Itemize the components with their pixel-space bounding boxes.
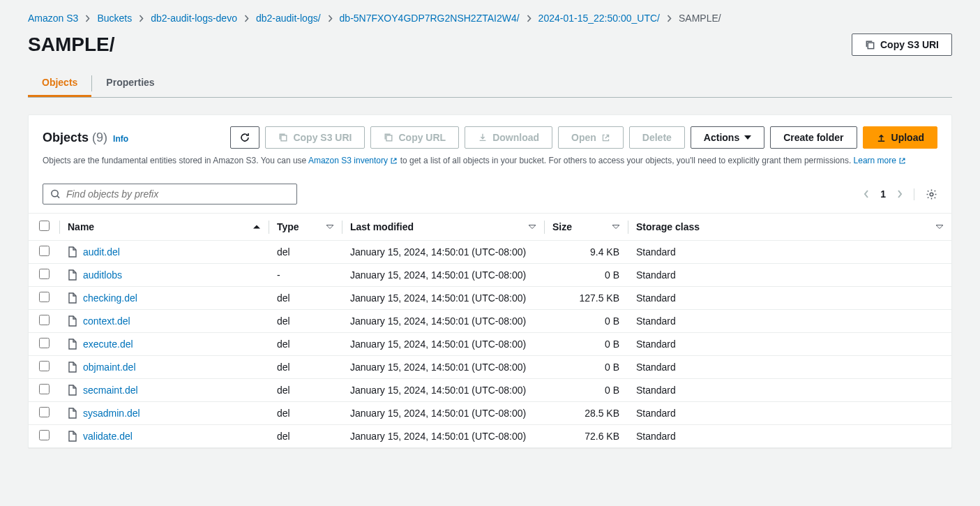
object-name-link[interactable]: audit.del <box>83 246 120 258</box>
refresh-icon <box>239 132 250 143</box>
breadcrumb-link[interactable]: Buckets <box>97 13 132 24</box>
object-name-link[interactable]: secmaint.del <box>83 385 138 396</box>
create-folder-button[interactable]: Create folder <box>770 126 857 149</box>
search-icon <box>50 188 61 200</box>
next-page-button[interactable] <box>897 189 903 199</box>
breadcrumb-link[interactable]: Amazon S3 <box>28 13 78 24</box>
upload-button[interactable]: Upload <box>863 126 937 149</box>
settings-button[interactable] <box>926 188 937 200</box>
sort-icon <box>326 224 333 230</box>
select-all-checkbox[interactable] <box>39 221 50 231</box>
file-icon <box>68 338 77 350</box>
row-checkbox[interactable] <box>39 430 50 440</box>
page-title: SAMPLE/ <box>28 34 114 56</box>
object-size: 72.6 KB <box>544 425 628 448</box>
object-storage-class: Standard <box>628 356 951 379</box>
row-checkbox[interactable] <box>39 338 50 348</box>
column-header-name[interactable]: Name <box>59 214 269 241</box>
object-name-link[interactable]: checking.del <box>83 292 137 304</box>
row-checkbox[interactable] <box>39 361 50 371</box>
search-input[interactable] <box>66 188 289 200</box>
svg-point-4 <box>930 193 933 196</box>
column-header-size[interactable]: Size <box>544 214 628 241</box>
file-icon <box>68 315 77 327</box>
breadcrumb-link[interactable]: 2024-01-15_22:50:00_UTC/ <box>538 13 660 24</box>
row-checkbox[interactable] <box>39 292 50 302</box>
table-row: context.del del January 15, 2024, 14:50:… <box>29 310 951 333</box>
object-name-link[interactable]: validate.del <box>83 431 133 442</box>
panel-description: Objects are the fundamental entities sto… <box>43 154 937 167</box>
sort-icon <box>612 224 619 230</box>
breadcrumb-separator <box>139 15 144 22</box>
object-type: del <box>269 402 342 425</box>
column-header-last-modified[interactable]: Last modified <box>342 214 544 241</box>
object-type: del <box>269 333 342 356</box>
file-icon <box>68 292 77 304</box>
learn-more-link[interactable]: Learn more <box>854 156 907 165</box>
row-checkbox[interactable] <box>39 407 50 417</box>
object-storage-class: Standard <box>628 241 951 264</box>
sort-icon <box>529 224 536 230</box>
svg-rect-2 <box>386 135 392 141</box>
object-storage-class: Standard <box>628 264 951 287</box>
svg-rect-1 <box>281 135 287 141</box>
copy-s3-uri-label: Copy S3 URI <box>880 39 939 50</box>
object-type: del <box>269 241 342 264</box>
download-button[interactable]: Download <box>465 126 552 149</box>
row-checkbox[interactable] <box>39 384 50 394</box>
pagination: 1 <box>864 188 937 200</box>
copy-url-button[interactable]: Copy URL <box>370 126 459 149</box>
table-row: checking.del del January 15, 2024, 14:50… <box>29 287 951 310</box>
object-size: 0 B <box>544 264 628 287</box>
open-button[interactable]: Open <box>558 126 624 149</box>
page-number: 1 <box>880 188 886 200</box>
table-row: validate.del del January 15, 2024, 14:50… <box>29 425 951 448</box>
object-name-link[interactable]: sysadmin.del <box>83 408 140 419</box>
object-name-link[interactable]: objmaint.del <box>83 362 136 373</box>
object-storage-class: Standard <box>628 402 951 425</box>
svg-point-3 <box>52 190 58 196</box>
refresh-button[interactable] <box>230 126 259 149</box>
object-type: del <box>269 425 342 448</box>
actions-button[interactable]: Actions <box>691 126 764 149</box>
object-size: 0 B <box>544 333 628 356</box>
object-type: del <box>269 356 342 379</box>
row-checkbox[interactable] <box>39 269 50 279</box>
prev-page-button[interactable] <box>864 189 869 199</box>
chevron-right-icon <box>897 189 903 199</box>
object-name-link[interactable]: execute.del <box>83 338 133 350</box>
breadcrumb-link[interactable]: db2-audit-logs-devo <box>151 13 237 24</box>
object-modified: January 15, 2024, 14:50:01 (UTC-08:00) <box>342 356 544 379</box>
tab-objects[interactable]: Objects <box>28 70 91 97</box>
object-type: del <box>269 287 342 310</box>
breadcrumb: Amazon S3Bucketsdb2-audit-logs-devodb2-a… <box>28 13 952 24</box>
table-row: objmaint.del del January 15, 2024, 14:50… <box>29 356 951 379</box>
object-storage-class: Standard <box>628 310 951 333</box>
breadcrumb-link[interactable]: db2-audit-logs/ <box>256 13 321 24</box>
column-header-storage-class[interactable]: Storage class <box>628 214 951 241</box>
upload-icon <box>876 133 887 143</box>
row-checkbox[interactable] <box>39 315 50 325</box>
breadcrumb-separator <box>527 15 532 22</box>
info-link[interactable]: Info <box>113 134 128 144</box>
object-size: 9.4 KB <box>544 241 628 264</box>
object-storage-class: Standard <box>628 379 951 402</box>
breadcrumb-separator <box>244 15 249 22</box>
object-size: 0 B <box>544 356 628 379</box>
object-name-link[interactable]: auditlobs <box>83 269 122 281</box>
object-name-link[interactable]: context.del <box>83 315 130 327</box>
gear-icon <box>926 188 937 200</box>
inventory-link[interactable]: Amazon S3 inventory <box>308 156 398 165</box>
object-type: del <box>269 379 342 402</box>
search-box <box>43 184 297 204</box>
download-icon <box>478 133 488 142</box>
breadcrumb-link[interactable]: db-5N7FXOY4GDP7RG2NSH2ZTAI2W4/ <box>340 13 520 24</box>
object-modified: January 15, 2024, 14:50:01 (UTC-08:00) <box>342 310 544 333</box>
copy-s3-uri-button[interactable]: Copy S3 URI <box>852 34 952 56</box>
delete-button[interactable]: Delete <box>629 126 685 149</box>
object-type: del <box>269 310 342 333</box>
column-header-type[interactable]: Type <box>269 214 342 241</box>
tab-properties[interactable]: Properties <box>92 70 168 97</box>
copy-s3-uri-toolbar-button[interactable]: Copy S3 URI <box>265 126 365 149</box>
row-checkbox[interactable] <box>39 246 50 256</box>
